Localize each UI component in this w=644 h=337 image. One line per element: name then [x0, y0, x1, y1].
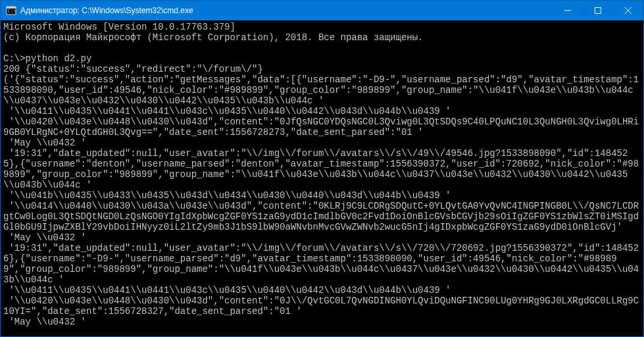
- terminal-line: [3, 43, 641, 53]
- terminal-line: ('{"status":"success","action":"getMessa…: [3, 74, 641, 106]
- terminal-line: '19:31","date_updated":null,"user_avatar…: [3, 148, 641, 190]
- minimize-button[interactable]: [553, 1, 583, 20]
- cmd-window: C:\ Администратор: C:\Windows\System32\c…: [0, 0, 644, 337]
- terminal-line: '\\u041b\\u0435\\u0433\\u0435\\u043d\\u0…: [3, 190, 641, 201]
- terminal-line: C:\>python d2.py: [3, 53, 641, 64]
- svg-text:C:\: C:\: [8, 9, 16, 14]
- terminal-line: '19:31","date_updated":null,"user_avatar…: [3, 243, 641, 285]
- maximize-button[interactable]: [583, 1, 613, 20]
- titlebar[interactable]: C:\ Администратор: C:\Windows\System32\c…: [1, 1, 643, 20]
- terminal-line: (c) Корпорация Майкрософт (Microsoft Cor…: [3, 32, 641, 43]
- window-title: Администратор: C:\Windows\System32\cmd.e…: [20, 6, 553, 15]
- svg-rect-4: [595, 8, 601, 14]
- terminal-line: '\\u0420\\u043e\\u0448\\u0430\\u043d","c…: [3, 117, 641, 138]
- terminal-line: Microsoft Windows [Version 10.0.17763.37…: [3, 22, 641, 32]
- terminal-line: 'May \\u0432 ': [3, 317, 641, 327]
- terminal-line: 'May \\u0432 ': [3, 232, 641, 243]
- terminal-line: '\\u0420\\u043e\\u0448\\u0430\\u043d","c…: [3, 296, 641, 317]
- terminal-line: '\\u0414\\u0440\\u0430\\u043a\\u043e\\u0…: [3, 201, 641, 232]
- close-button[interactable]: [613, 1, 643, 20]
- terminal-line: 200 {"status":"success","redirect":"\/fo…: [3, 64, 641, 74]
- terminal-line: 'May \\u0432 ': [3, 138, 641, 148]
- terminal-line: '\\u0411\\u0435\\u0441\\u0441\\u043c\\u0…: [3, 106, 641, 117]
- terminal-output[interactable]: Microsoft Windows [Version 10.0.17763.37…: [1, 20, 643, 336]
- terminal-line: '\\u0411\\u0435\\u0441\\u0441\\u043c\\u0…: [3, 285, 641, 296]
- window-controls: [553, 1, 643, 20]
- cmd-icon: C:\: [6, 5, 16, 16]
